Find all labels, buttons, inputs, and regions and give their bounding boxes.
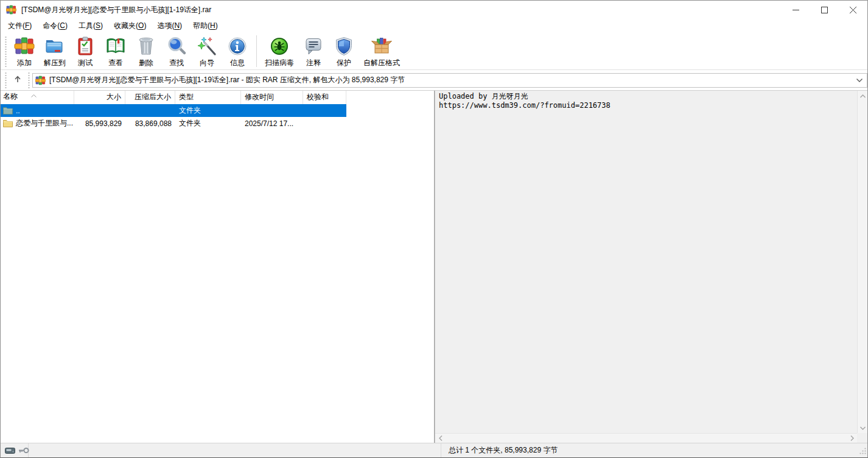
comment-bubble-icon [303,35,324,57]
sfx-box-icon [371,35,393,57]
minimize-button[interactable] [782,1,810,19]
delete-trash-icon [135,35,157,57]
statusbar-selection-info [29,443,441,457]
titlebar: [TSDM@月光呀月光][恋爱与千里眼与小毛孩][1-19话全].rar [1,1,867,19]
toolbar-button-label: 向导 [200,58,214,68]
toolbar-button-label: 查找 [169,58,184,68]
up-one-level-button[interactable] [9,72,26,88]
comment-vertical-scrollbar[interactable] [857,91,867,433]
toolbar-button-label: 删除 [139,58,153,68]
sort-up-icon [31,91,37,99]
add-books-icon [13,35,35,57]
main-area: 名称 大小 压缩后大小 类型 修改时间 校验和 [1,91,867,443]
archive-comment-pane: Uploaded by 月光呀月光https://www.tsdm39.com/… [435,91,867,443]
archive-path-combobox[interactable]: [TSDM@月光呀月光][恋爱与千里眼与小毛孩][1-19话全].rar - 固… [32,73,867,88]
toolbar: 添加 解压到 [1,32,867,70]
sfx-button[interactable]: 自解压格式 [359,34,404,69]
file-packed: 83,869,088 [125,119,175,128]
scroll-up-icon[interactable] [858,91,867,101]
toolbar-gripper[interactable] [4,37,7,67]
find-button[interactable]: 查找 [161,34,192,69]
addressbar: [TSDM@月光呀月光][恋爱与千里眼与小毛孩][1-19话全].rar - 固… [1,70,867,91]
toolbar-button-label: 测试 [78,58,93,68]
test-clipboard-icon [74,35,96,57]
statusbar-total: 总计 1 个文件夹, 85,993,829 字节 [441,445,558,456]
menu-help[interactable]: 帮助(H) [187,19,223,33]
file-modified: 2025/7/12 17... [241,119,303,128]
scroll-down-icon[interactable] [858,423,867,433]
list-header: 名称 大小 压缩后大小 类型 修改时间 校验和 [1,91,434,104]
key-icon[interactable] [18,446,29,454]
file-size: 85,993,829 [74,119,125,128]
menu-favorites[interactable]: 收藏夹(O) [108,19,152,33]
statusbar-icons [1,443,29,457]
chevron-down-icon[interactable] [856,78,863,83]
add-button[interactable]: 添加 [9,34,40,69]
archive-path-text: [TSDM@月光呀月光][恋爱与千里眼与小毛孩][1-19话全].rar - 固… [49,75,405,85]
comment-horizontal-scrollbar[interactable] [435,433,857,443]
column-header-size[interactable]: 大小 [74,91,125,104]
addressbar-gripper[interactable] [4,72,7,88]
toolbar-button-label: 添加 [17,58,32,68]
table-row-parent-dir[interactable]: .. 文件夹 [1,104,346,117]
wizard-button[interactable]: 向导 [192,34,222,69]
resize-grip[interactable] [859,447,867,457]
winrar-archive-icon [35,76,46,85]
scroll-right-icon[interactable] [847,434,857,443]
find-magnifier-icon [166,35,187,57]
column-header-checksum[interactable]: 校验和 [303,91,346,104]
winrar-window: [TSDM@月光呀月光][恋爱与千里眼与小毛孩][1-19话全].rar 文件(… [0,0,868,458]
protect-button[interactable]: 保护 [329,34,359,69]
disk-icon[interactable] [5,447,15,454]
protect-shield-icon [333,35,355,57]
view-button[interactable]: 查看 [100,34,131,69]
comment-button[interactable]: 注释 [298,34,329,69]
toolbar-button-label: 解压到 [44,58,66,68]
file-rows: .. 文件夹 [1,104,346,130]
maximize-icon [821,7,828,13]
virus-scan-icon [268,35,290,57]
view-book-icon [105,35,127,57]
column-header-packed[interactable]: 压缩后大小 [125,91,175,104]
extract-folder-icon [44,35,66,57]
file-name: .. [16,107,20,115]
archive-comment-text: Uploaded by 月光呀月光https://www.tsdm39.com/… [439,92,855,110]
scan-virus-button[interactable]: 扫描病毒 [261,34,298,69]
toolbar-button-label: 信息 [230,58,245,68]
column-header-name[interactable]: 名称 [1,91,74,104]
menu-commands[interactable]: 命令(C) [37,19,73,33]
minimize-icon [793,7,799,13]
info-button[interactable]: 信息 [222,34,253,69]
file-list-pane: 名称 大小 压缩后大小 类型 修改时间 校验和 [1,91,435,443]
winrar-app-icon [6,5,16,15]
scroll-left-icon[interactable] [435,434,446,443]
toolbar-separator [256,35,257,67]
window-title: [TSDM@月光呀月光][恋爱与千里眼与小毛孩][1-19话全].rar [21,5,211,15]
table-row-folder[interactable]: 恋爱与千里眼与... 85,993,829 83,869,088 文件夹 202… [1,117,346,130]
menu-file[interactable]: 文件(F) [2,19,37,33]
folder-up-icon [3,107,13,114]
column-header-type[interactable]: 类型 [175,91,241,104]
up-arrow-icon [13,75,22,85]
file-type: 文件夹 [175,105,241,116]
info-icon [226,35,248,57]
file-name: 恋爱与千里眼与... [16,118,73,129]
wizard-wand-icon [196,35,218,57]
toolbar-button-label: 查看 [108,58,123,68]
addressbar-gripper-2[interactable] [27,72,30,88]
extract-to-button[interactable]: 解压到 [40,34,70,69]
toolbar-button-label: 注释 [306,58,321,68]
delete-button[interactable]: 删除 [131,34,161,69]
file-type: 文件夹 [175,118,241,129]
menubar: 文件(F) 命令(C) 工具(S) 收藏夹(O) 选项(N) 帮助(H) [1,19,867,32]
column-header-modified[interactable]: 修改时间 [241,91,303,104]
toolbar-button-label: 扫描病毒 [265,58,294,68]
close-button[interactable] [839,1,867,19]
toolbar-button-label: 保护 [337,58,351,68]
menu-tools[interactable]: 工具(S) [73,19,108,33]
close-icon [850,7,856,13]
test-button[interactable]: 测试 [70,34,100,69]
folder-icon [3,119,13,127]
maximize-button[interactable] [810,1,839,19]
menu-options[interactable]: 选项(N) [152,19,187,33]
